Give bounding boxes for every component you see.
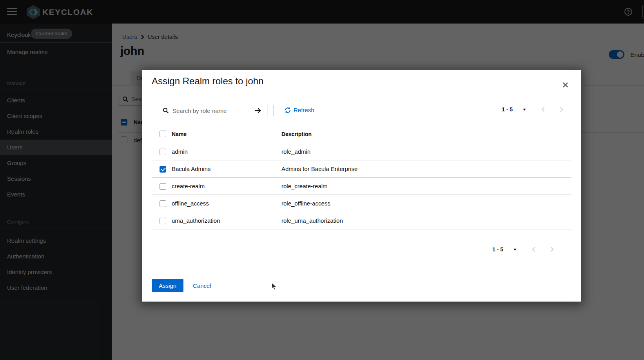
row-checkbox[interactable]	[160, 183, 166, 190]
role-search-group	[158, 104, 268, 117]
caret-down-icon[interactable]	[523, 109, 526, 111]
table-header-row: Name Description	[152, 125, 571, 143]
modal-footer: Assign Cancel	[152, 279, 211, 292]
pagination-range: 1 - 5	[502, 106, 513, 113]
role-name: uma_authorization	[172, 212, 281, 229]
chevron-left-icon[interactable]	[532, 246, 536, 253]
role-name: admin	[172, 143, 281, 160]
table-row: admin role_admin	[152, 143, 571, 160]
refresh-label: Refresh	[294, 107, 314, 113]
roles-table: Name Description admin role_admin Bacula…	[152, 125, 571, 229]
assign-button[interactable]: Assign	[152, 279, 183, 292]
cancel-button[interactable]: Cancel	[193, 282, 211, 289]
keycloak-admin-console: KEYCLOAK ? Keycloak Current realm Manage…	[0, 0, 644, 360]
role-name: create-realm	[172, 178, 281, 195]
pagination-range: 1 - 5	[492, 246, 503, 253]
arrow-right-icon	[254, 107, 261, 114]
role-description: role_uma_authorization	[281, 212, 571, 229]
table-row: offline_access role_offline-access	[152, 195, 571, 212]
row-checkbox[interactable]	[160, 149, 166, 155]
pagination-top: 1 - 5	[502, 106, 564, 113]
role-search-input[interactable]	[172, 107, 243, 114]
table-row: uma_authorization role_uma_authorization	[152, 212, 571, 229]
table-row: Bacula Admins Admins for Bacula Enterpri…	[152, 160, 571, 178]
chevron-right-icon[interactable]	[559, 106, 564, 113]
row-checkbox[interactable]	[160, 166, 166, 173]
role-description: role_create-realm	[281, 178, 571, 195]
search-submit-button[interactable]	[248, 104, 267, 117]
role-name: offline_access	[172, 195, 281, 212]
sync-icon	[285, 107, 291, 113]
column-header-description: Description	[281, 125, 571, 143]
role-description: Admins for Bacula Enterprise	[281, 160, 571, 178]
chevron-left-icon[interactable]	[541, 106, 545, 113]
table-row: create-realm role_create-realm	[152, 178, 571, 195]
role-description: role_offline-access	[281, 195, 571, 212]
chevron-right-icon[interactable]	[550, 246, 554, 253]
caret-down-icon[interactable]	[513, 249, 517, 251]
role-name: Bacula Admins	[172, 160, 281, 178]
pagination-bottom: 1 - 5	[492, 246, 554, 253]
row-checkbox[interactable]	[160, 218, 166, 224]
assign-roles-modal: Assign Realm roles to john	[142, 70, 581, 302]
close-icon[interactable]	[561, 80, 570, 89]
search-icon	[163, 107, 169, 114]
row-checkbox[interactable]	[160, 200, 166, 207]
modal-title: Assign Realm roles to john	[152, 76, 263, 87]
role-description: role_admin	[281, 143, 571, 160]
toolbar-divider	[273, 105, 274, 116]
select-all-checkbox[interactable]	[160, 131, 166, 137]
role-search-field[interactable]	[158, 104, 248, 117]
column-header-name: Name	[172, 125, 281, 143]
refresh-button[interactable]: Refresh	[285, 107, 314, 113]
